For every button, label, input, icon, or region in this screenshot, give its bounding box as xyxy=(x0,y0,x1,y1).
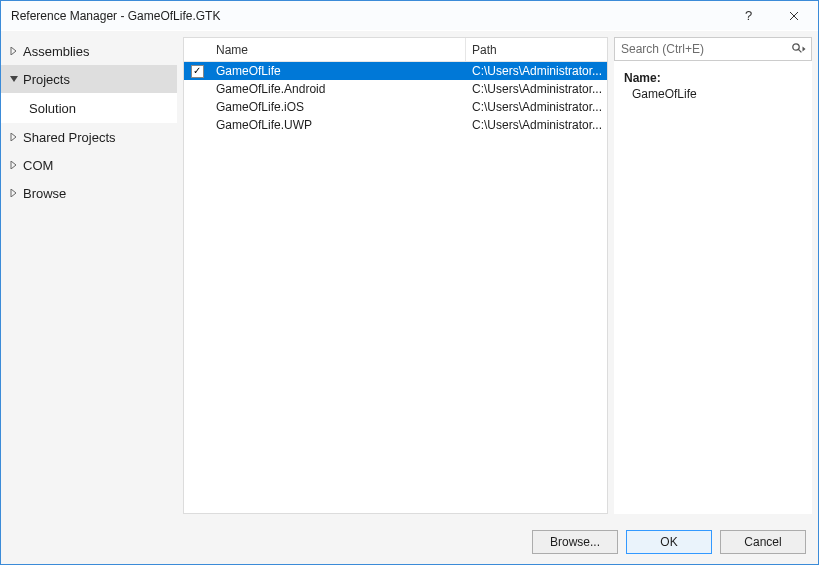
sidebar-item-label: Browse xyxy=(23,186,66,201)
row-name: GameOfLife.iOS xyxy=(210,100,466,114)
chevron-right-icon xyxy=(7,130,21,144)
cancel-button[interactable]: Cancel xyxy=(720,530,806,554)
svg-line-1 xyxy=(798,49,801,52)
sidebar-subitem-label: Solution xyxy=(29,101,76,116)
close-button[interactable] xyxy=(771,2,816,30)
sidebar-subitem-solution[interactable]: Solution xyxy=(1,93,177,123)
browse-button-label: Browse... xyxy=(550,535,600,549)
sidebar-item-label: Assemblies xyxy=(23,44,89,59)
list-header: Name Path xyxy=(184,38,607,62)
title-bar: Reference Manager - GameOfLife.GTK ? xyxy=(1,1,818,31)
list-row[interactable]: ✓ GameOfLife C:\Users\Administrator... xyxy=(184,62,607,80)
search-icon xyxy=(791,42,807,56)
row-path: C:\Users\Administrator... xyxy=(466,64,607,78)
column-header-name-label: Name xyxy=(216,43,248,57)
row-path: C:\Users\Administrator... xyxy=(466,82,607,96)
search-input[interactable]: Search (Ctrl+E) xyxy=(614,37,812,61)
row-path: C:\Users\Administrator... xyxy=(466,118,607,132)
detail-body: Name: GameOfLife xyxy=(614,67,812,514)
sidebar-item-shared-projects[interactable]: Shared Projects xyxy=(1,123,177,151)
search-placeholder: Search (Ctrl+E) xyxy=(621,42,791,56)
detail-name-value: GameOfLife xyxy=(624,85,802,101)
row-checkbox-cell[interactable]: ✓ xyxy=(184,101,210,114)
column-header-path[interactable]: Path xyxy=(466,38,607,61)
ok-button-label: OK xyxy=(660,535,677,549)
sidebar-item-label: COM xyxy=(23,158,53,173)
row-checkbox-cell[interactable]: ✓ xyxy=(184,65,210,78)
column-header-name[interactable]: Name xyxy=(210,38,466,61)
sidebar-item-browse[interactable]: Browse xyxy=(1,179,177,207)
row-path: C:\Users\Administrator... xyxy=(466,100,607,114)
row-name: GameOfLife xyxy=(210,64,466,78)
row-checkbox-cell[interactable]: ✓ xyxy=(184,119,210,132)
sidebar-item-assemblies[interactable]: Assemblies xyxy=(1,37,177,65)
detail-panel: Search (Ctrl+E) Name: GameOfLife xyxy=(614,37,812,514)
row-checkbox-cell[interactable]: ✓ xyxy=(184,83,210,96)
chevron-right-icon xyxy=(7,44,21,58)
list-body: ✓ GameOfLife C:\Users\Administrator... ✓… xyxy=(184,62,607,513)
sidebar-item-label: Projects xyxy=(23,72,70,87)
sidebar-item-label: Shared Projects xyxy=(23,130,116,145)
reference-list-panel: Name Path ✓ GameOfLife C:\Users\Administ… xyxy=(183,37,608,514)
cancel-button-label: Cancel xyxy=(744,535,781,549)
close-icon xyxy=(789,11,799,21)
window-title: Reference Manager - GameOfLife.GTK xyxy=(11,9,220,23)
row-name: GameOfLife.Android xyxy=(210,82,466,96)
chevron-right-icon xyxy=(7,186,21,200)
help-icon: ? xyxy=(745,8,752,23)
category-sidebar: Assemblies Projects Solution Shared Proj… xyxy=(1,31,177,520)
chevron-down-icon xyxy=(7,72,21,86)
browse-button[interactable]: Browse... xyxy=(532,530,618,554)
list-row[interactable]: ✓ GameOfLife.Android C:\Users\Administra… xyxy=(184,80,607,98)
check-icon: ✓ xyxy=(191,65,204,78)
chevron-right-icon xyxy=(7,158,21,172)
sidebar-item-projects[interactable]: Projects xyxy=(1,65,177,93)
list-row[interactable]: ✓ GameOfLife.iOS C:\Users\Administrator.… xyxy=(184,98,607,116)
dialog-footer: Browse... OK Cancel xyxy=(1,520,818,564)
sidebar-item-com[interactable]: COM xyxy=(1,151,177,179)
list-row[interactable]: ✓ GameOfLife.UWP C:\Users\Administrator.… xyxy=(184,116,607,134)
content-area: Assemblies Projects Solution Shared Proj… xyxy=(1,31,818,520)
ok-button[interactable]: OK xyxy=(626,530,712,554)
help-button[interactable]: ? xyxy=(726,2,771,30)
column-header-path-label: Path xyxy=(472,43,497,57)
detail-name-label: Name: xyxy=(624,71,802,85)
row-name: GameOfLife.UWP xyxy=(210,118,466,132)
svg-point-0 xyxy=(793,44,799,50)
